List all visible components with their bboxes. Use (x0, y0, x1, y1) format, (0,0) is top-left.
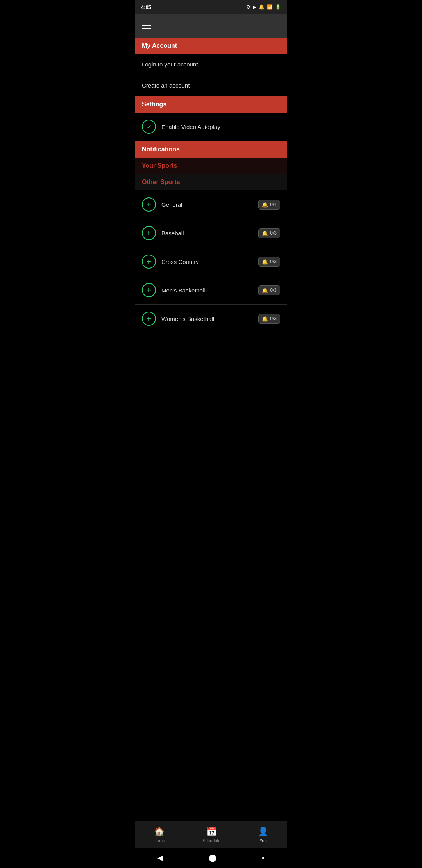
mens-basketball-badge: 🔔 0/3 (258, 285, 280, 295)
login-label: Login to your account (142, 61, 280, 68)
mens-basketball-sport-item[interactable]: + Men's Basketball 🔔 0/3 (135, 276, 287, 305)
cross-country-add-icon[interactable]: + (142, 255, 156, 269)
other-sports-header: Other Sports (135, 174, 287, 190)
play-status-icon: ▶ (253, 4, 256, 10)
menu-button[interactable] (142, 23, 151, 29)
cross-country-badge: 🔔 0/3 (258, 257, 280, 267)
create-account-item[interactable]: Create an account (135, 75, 287, 96)
settings-status-icon: ⚙ (246, 4, 250, 10)
general-badge: 🔔 0/1 (258, 200, 280, 210)
general-bell-icon: 🔔 (262, 202, 268, 208)
login-item[interactable]: Login to your account (135, 54, 287, 75)
womens-basketball-add-icon[interactable]: + (142, 312, 156, 326)
cross-country-count: 0/3 (270, 259, 277, 264)
womens-basketball-badge: 🔔 0/3 (258, 314, 280, 324)
cross-country-label: Cross Country (161, 258, 258, 265)
cross-country-sport-item[interactable]: + Cross Country 🔔 0/3 (135, 247, 287, 276)
my-account-header: My Account (135, 38, 287, 54)
general-count: 0/1 (270, 202, 277, 207)
baseball-badge: 🔔 0/3 (258, 228, 280, 238)
womens-basketball-count: 0/3 (270, 316, 277, 321)
baseball-count: 0/3 (270, 230, 277, 236)
mens-basketball-bell-icon: 🔔 (262, 287, 268, 293)
settings-header: Settings (135, 96, 287, 113)
mens-basketball-label: Men's Basketball (161, 287, 258, 294)
create-account-label: Create an account (142, 82, 280, 89)
baseball-add-icon[interactable]: + (142, 226, 156, 240)
notification-status-icon: 🔔 (259, 4, 265, 10)
notifications-header: Notifications (135, 141, 287, 158)
womens-basketball-sport-item[interactable]: + Women's Basketball 🔔 0/3 (135, 305, 287, 333)
app-header (135, 14, 287, 38)
status-icons: ⚙ ▶ 🔔 📶 🔋 (246, 4, 281, 10)
autoplay-label: Enable Video Autoplay (161, 124, 280, 130)
baseball-sport-item[interactable]: + Baseball 🔔 0/3 (135, 219, 287, 247)
general-add-icon[interactable]: + (142, 197, 156, 212)
mens-basketball-count: 0/3 (270, 287, 277, 293)
baseball-label: Baseball (161, 230, 258, 237)
general-sport-item[interactable]: + General 🔔 0/1 (135, 190, 287, 219)
cross-country-bell-icon: 🔔 (262, 259, 268, 265)
your-sports-header: Your Sports (135, 158, 287, 174)
status-time: 4:05 (141, 4, 151, 10)
womens-basketball-label: Women's Basketball (161, 316, 258, 322)
autoplay-item[interactable]: ✓ Enable Video Autoplay (135, 113, 287, 141)
autoplay-check-icon: ✓ (142, 120, 156, 134)
status-bar: 4:05 ⚙ ▶ 🔔 📶 🔋 (135, 0, 287, 14)
womens-basketball-bell-icon: 🔔 (262, 316, 268, 322)
signal-icon: 📶 (267, 4, 273, 10)
baseball-bell-icon: 🔔 (262, 230, 268, 236)
battery-icon: 🔋 (275, 4, 281, 10)
general-label: General (161, 201, 258, 208)
mens-basketball-add-icon[interactable]: + (142, 283, 156, 297)
